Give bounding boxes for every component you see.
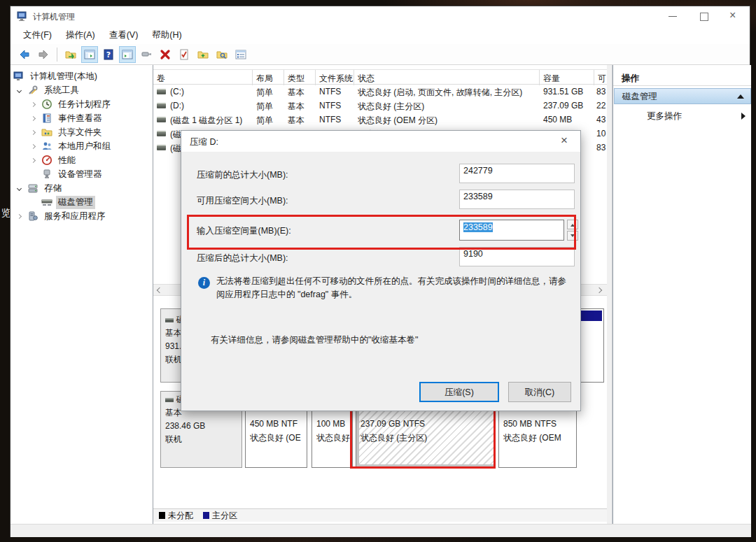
- selected-input-text: 233589: [463, 222, 493, 232]
- column-volume[interactable]: 卷: [153, 70, 253, 85]
- dialog-title-bar: 压缩 D: ×: [181, 131, 580, 152]
- dialog-help-text: 有关详细信息，请参阅磁盘管理帮助中的"收缩基本卷": [211, 334, 561, 346]
- column-layout[interactable]: 布局: [253, 70, 284, 85]
- event-viewer-icon: [41, 113, 52, 124]
- tree-item-system-tools[interactable]: 系统工具: [10, 83, 153, 97]
- total-size-before-label: 压缩前的总计大小(MB):: [197, 169, 288, 181]
- chevron-down-icon[interactable]: [17, 87, 22, 92]
- actions-pane: 操作 磁盘管理 更多操作: [612, 65, 751, 524]
- legend-unallocated: 未分配: [159, 510, 193, 522]
- dialog-title: 压缩 D:: [190, 136, 218, 148]
- delete-icon[interactable]: [157, 46, 174, 63]
- title-bar: 计算机管理: [10, 6, 750, 26]
- menu-action[interactable]: 操作(A): [59, 27, 102, 44]
- menu-bar: 文件(F) 操作(A) 查看(V) 帮助(H): [10, 26, 750, 44]
- spinner-down-icon[interactable]: [567, 231, 578, 241]
- volume-row-disk1-part1[interactable]: (磁盘 1 磁盘分区 1) 简单 基本 NTFS 状态良好 (OEM 分区) 4…: [153, 113, 607, 127]
- total-size-after-value: 9190: [459, 247, 575, 266]
- disk-icon: [165, 318, 174, 322]
- total-size-before-value: 242779: [459, 164, 575, 183]
- tree-item-shared-folders[interactable]: 共享文件夹: [10, 125, 153, 139]
- scroll-right-icon[interactable]: [596, 287, 602, 293]
- column-status[interactable]: 状态: [354, 70, 540, 85]
- show-action-pane-icon[interactable]: [119, 46, 136, 63]
- partition-legend: 未分配 主分区: [153, 508, 607, 522]
- detach-icon[interactable]: [138, 46, 155, 63]
- submenu-arrow-icon: [741, 113, 746, 120]
- properties-icon[interactable]: [232, 46, 249, 63]
- window-title: 计算机管理: [33, 11, 75, 23]
- menu-help[interactable]: 帮助(H): [145, 27, 188, 44]
- tree-item-task-scheduler[interactable]: 任务计划程序: [10, 97, 153, 111]
- tree-item-storage[interactable]: 存储: [10, 181, 153, 195]
- chevron-right-icon[interactable]: [31, 129, 36, 134]
- device-manager-icon: [41, 169, 52, 180]
- disk-icon: [165, 398, 174, 402]
- status-bar: [10, 524, 751, 537]
- tree-item-local-users-groups[interactable]: 本地用户和组: [10, 139, 153, 153]
- column-filesystem[interactable]: 文件系统: [316, 70, 354, 85]
- volume-table-header: 卷 布局 类型 文件系统 状态 容量 可: [153, 69, 607, 85]
- minimize-button[interactable]: [657, 6, 688, 26]
- column-free[interactable]: 可: [594, 70, 607, 85]
- close-button[interactable]: [719, 6, 750, 26]
- open-folder-icon[interactable]: [195, 46, 211, 63]
- maximize-button[interactable]: [688, 6, 719, 26]
- chevron-right-icon[interactable]: [17, 213, 22, 218]
- verify-icon[interactable]: [176, 46, 192, 63]
- shrink-amount-label: 输入压缩空间量(MB)(E):: [197, 225, 291, 237]
- vertical-scrollbar[interactable]: [607, 65, 612, 524]
- primary-partition-swatch: [203, 512, 209, 519]
- tree-item-device-manager[interactable]: 设备管理器: [10, 167, 153, 181]
- total-size-after-label: 压缩后的总计大小(MB):: [197, 252, 288, 264]
- column-capacity[interactable]: 容量: [540, 70, 594, 85]
- shrink-amount-spinner: [567, 220, 578, 241]
- volume-row-d[interactable]: (D:) 简单 基本 NTFS 状态良好 (主分区) 237.09 GB 22: [153, 99, 607, 113]
- available-shrink-value: 233589: [459, 190, 575, 209]
- show-console-tree-icon[interactable]: [81, 46, 98, 63]
- tree-item-event-viewer[interactable]: 事件查看器: [10, 111, 153, 125]
- scroll-left-icon[interactable]: [157, 287, 162, 293]
- users-icon: [41, 141, 52, 152]
- app-icon: [17, 10, 28, 24]
- actions-section-disk-management[interactable]: 磁盘管理: [614, 88, 751, 104]
- column-type[interactable]: 类型: [284, 70, 316, 85]
- tree-item-services-applications[interactable]: 服务和应用程序: [10, 209, 153, 223]
- info-icon: i: [198, 277, 210, 289]
- task-scheduler-icon: [41, 99, 52, 110]
- actions-pane-title: 操作: [613, 71, 751, 86]
- dialog-close-icon[interactable]: ×: [556, 134, 572, 148]
- available-shrink-label: 可用压缩空间大小(MB):: [197, 195, 288, 207]
- unallocated-swatch: [159, 512, 165, 519]
- spinner-up-icon[interactable]: [567, 220, 578, 229]
- tree-item-computer-management[interactable]: 计算机管理(本地): [10, 69, 153, 83]
- forward-icon[interactable]: [35, 46, 52, 63]
- chevron-down-icon[interactable]: [17, 185, 22, 190]
- shortcut-folder-icon[interactable]: [62, 46, 79, 63]
- chevron-right-icon[interactable]: [31, 101, 36, 106]
- chevron-right-icon[interactable]: [31, 143, 36, 148]
- volume-row-c[interactable]: (C:) 简单 基本 NTFS 状态良好 (启动, 页面文件, 故障转储, 主分…: [153, 85, 607, 99]
- menu-view[interactable]: 查看(V): [102, 27, 146, 44]
- tree-item-performance[interactable]: 性能: [10, 153, 153, 167]
- console-tree: 计算机管理(本地) 系统工具 任务计划程序 事件查看器: [10, 65, 153, 524]
- cancel-button[interactable]: 取消(C): [508, 382, 571, 402]
- menu-file[interactable]: 文件(F): [16, 27, 59, 44]
- more-actions-item[interactable]: 更多操作: [613, 108, 750, 124]
- chevron-right-icon[interactable]: [31, 115, 36, 120]
- find-folder-icon[interactable]: [214, 46, 230, 63]
- collapse-icon[interactable]: [737, 94, 744, 99]
- tree-item-disk-management[interactable]: 磁盘管理: [10, 195, 153, 209]
- performance-icon: [41, 155, 52, 166]
- shrink-button[interactable]: 压缩(S): [419, 382, 499, 402]
- system-tools-icon: [27, 85, 38, 96]
- services-icon: [27, 211, 38, 222]
- shrink-amount-input[interactable]: 233589: [459, 220, 564, 241]
- disk-management-icon: [41, 197, 52, 208]
- legend-primary-partition: 主分区: [203, 510, 237, 522]
- toolbar: ?: [10, 44, 750, 65]
- computer-icon: [13, 71, 24, 82]
- chevron-right-icon[interactable]: [31, 157, 36, 162]
- back-icon[interactable]: [16, 46, 33, 63]
- help-icon[interactable]: ?: [100, 46, 117, 63]
